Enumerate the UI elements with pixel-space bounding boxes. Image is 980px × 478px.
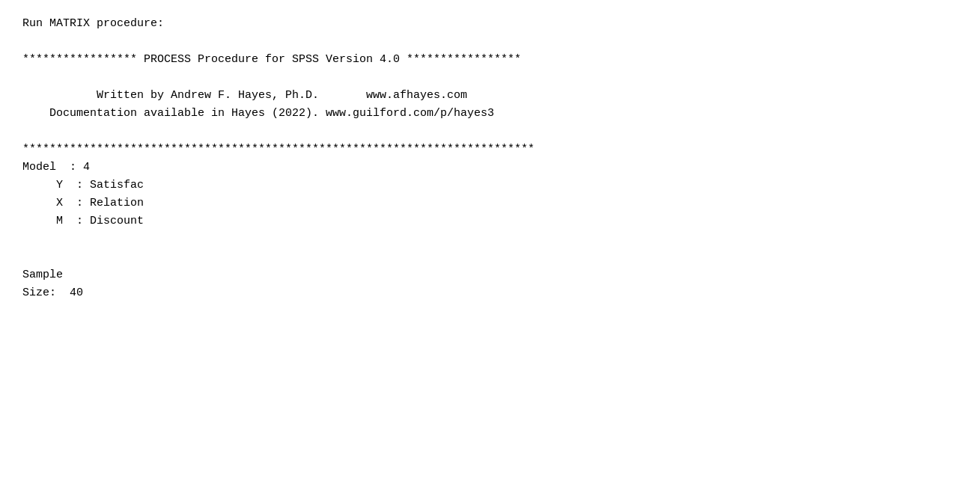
line11: Size: 40 — [22, 284, 958, 302]
line4: Documentation available in Hayes (2022).… — [22, 105, 958, 123]
empty-line — [22, 123, 958, 141]
line8: X : Relation — [22, 194, 958, 212]
line6: Model : 4 — [22, 159, 958, 177]
line2: ***************** PROCESS Procedure for … — [22, 51, 958, 69]
output-content: Run MATRIX procedure:***************** P… — [22, 15, 958, 302]
line3: Written by Andrew F. Hayes, Ph.D. www.af… — [22, 87, 958, 105]
line10: Sample — [22, 266, 958, 284]
empty-line — [22, 248, 958, 266]
empty-line — [22, 69, 958, 87]
line7: Y : Satisfac — [22, 177, 958, 194]
empty-line — [22, 33, 958, 51]
line5: ****************************************… — [22, 141, 958, 159]
empty-line — [22, 230, 958, 248]
line1: Run MATRIX procedure: — [22, 15, 958, 33]
line9: M : Discount — [22, 212, 958, 230]
